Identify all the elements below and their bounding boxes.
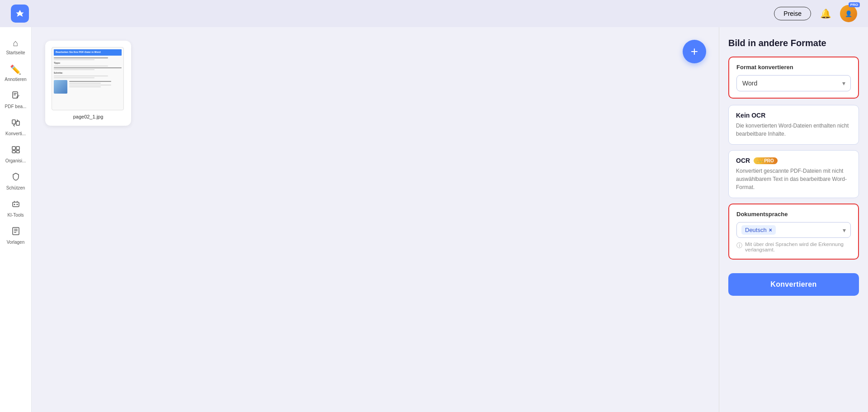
preise-button[interactable]: Preise — [774, 7, 811, 20]
format-section-label: Format konvertieren — [736, 64, 851, 71]
svg-rect-9 — [13, 202, 19, 207]
sidebar-label-konvertieren: Konverti... — [5, 131, 26, 136]
svg-rect-7 — [12, 151, 15, 153]
header: Preise 🔔 👤 PRO — [0, 0, 868, 27]
ocr-pro-label: PRO — [764, 158, 774, 163]
organize-icon — [11, 145, 20, 156]
info-icon: ⓘ — [736, 242, 742, 250]
ocr-pro-badge: 👑 PRO — [754, 157, 778, 164]
lang-section-label: Dokumentsprache — [736, 211, 851, 218]
sidebar-label-organisieren: Organisi... — [5, 158, 26, 163]
sidebar-item-ki-tools[interactable]: KI-Tools — [2, 196, 30, 221]
home-icon: ⌂ — [13, 38, 18, 48]
svg-rect-3 — [12, 120, 15, 124]
svg-rect-1 — [14, 93, 17, 94]
sidebar-item-organisieren[interactable]: Organisi... — [2, 142, 30, 167]
svg-point-11 — [16, 204, 18, 205]
doc-preview: Bearbeiten Sie Ihre PDF-Datei in Word Ti… — [54, 49, 122, 94]
lang-tag: Deutsch × — [741, 225, 776, 235]
svg-rect-15 — [14, 232, 16, 233]
lang-tag-text: Deutsch — [745, 227, 767, 233]
right-panel: Bild in andere Formate Format konvertier… — [719, 27, 868, 412]
sidebar-item-pdf-bearbeiten[interactable]: PDF bea... — [2, 87, 30, 113]
sidebar-label-schuetzen: Schützen — [6, 185, 25, 190]
format-select[interactable]: Word PDF Excel PowerPoint HTML Text — [736, 75, 851, 91]
svg-point-10 — [14, 204, 15, 205]
file-thumbnail: Bearbeiten Sie Ihre PDF-Datei in Word Ti… — [52, 47, 124, 110]
svg-rect-6 — [16, 147, 19, 150]
notification-bell-icon[interactable]: 🔔 — [818, 6, 833, 21]
convert-icon — [11, 118, 20, 129]
sidebar-label-ki-tools: KI-Tools — [7, 213, 24, 218]
lang-tag-wrapper[interactable]: Deutsch × ▾ — [736, 222, 851, 238]
app-logo[interactable] — [11, 5, 29, 23]
sidebar-item-schuetzen[interactable]: Schützen — [2, 169, 30, 194]
lang-section: Dokumentsprache Deutsch × ▾ ⓘ Mit über d… — [728, 204, 859, 260]
panel-title: Bild in andere Formate — [728, 38, 859, 48]
annotate-icon: ✏️ — [10, 64, 21, 75]
file-card[interactable]: Bearbeiten Sie Ihre PDF-Datei in Word Ti… — [45, 41, 131, 126]
ocr-option[interactable]: OCR 👑 PRO Konvertiert gescannte PDF-Date… — [728, 150, 859, 198]
convert-button[interactable]: Konvertieren — [728, 273, 859, 296]
format-section: Format konvertieren Word PDF Excel Power… — [728, 57, 859, 99]
lang-hint-text: Mit über drei Sprachen wird die Erkennun… — [745, 242, 851, 252]
ai-tools-icon — [11, 199, 20, 211]
ocr-label: OCR — [736, 157, 750, 164]
svg-rect-8 — [16, 151, 19, 153]
sidebar-item-startseite[interactable]: ⌂ Startseite — [2, 34, 30, 59]
svg-rect-14 — [14, 231, 18, 232]
sidebar-label-startseite: Startseite — [6, 50, 25, 55]
lang-select-arrow-icon: ▾ — [843, 227, 846, 234]
sidebar-label-annotieren: Annotieren — [5, 77, 26, 82]
content-area: + Bearbeiten Sie Ihre PDF-Datei in Word … — [32, 27, 719, 412]
header-right: Preise 🔔 👤 PRO — [774, 5, 857, 22]
svg-rect-2 — [14, 95, 16, 95]
kein-ocr-title: Kein OCR — [736, 112, 851, 119]
sidebar-item-annotieren[interactable]: ✏️ Annotieren — [2, 61, 30, 85]
svg-rect-13 — [14, 229, 18, 230]
avatar-initials: 👤 — [845, 10, 852, 17]
svg-rect-4 — [16, 121, 19, 125]
format-select-wrapper: Word PDF Excel PowerPoint HTML Text ▾ — [736, 75, 851, 91]
svg-rect-5 — [12, 147, 15, 150]
lang-remove-icon[interactable]: × — [769, 227, 772, 233]
user-avatar[interactable]: 👤 PRO — [840, 5, 857, 22]
sidebar-label-pdf-bearbeiten: PDF bea... — [5, 104, 27, 109]
ocr-title: OCR 👑 PRO — [736, 157, 851, 164]
file-card-name: page02_1.jpg — [52, 114, 125, 119]
edit-pdf-icon — [11, 91, 20, 102]
sidebar-item-konvertieren[interactable]: Konverti... — [2, 114, 30, 140]
sidebar: ⌂ Startseite ✏️ Annotieren PDF bea... — [0, 27, 32, 412]
ocr-desc: Konvertiert gescannte PDF-Dateien mit ni… — [736, 167, 851, 191]
templates-icon — [11, 227, 20, 238]
add-file-button[interactable]: + — [683, 40, 706, 63]
protect-icon — [11, 172, 20, 184]
sidebar-label-vorlagen: Vorlagen — [7, 240, 24, 245]
lang-hint: ⓘ Mit über drei Sprachen wird die Erkenn… — [736, 242, 851, 252]
pro-badge: PRO — [849, 2, 860, 7]
kein-ocr-desc: Die konvertierten Word-Dateien enthalten… — [736, 122, 851, 138]
crown-icon: 👑 — [757, 158, 763, 163]
main-layout: ⌂ Startseite ✏️ Annotieren PDF bea... — [0, 27, 868, 412]
sidebar-item-vorlagen[interactable]: Vorlagen — [2, 223, 30, 248]
kein-ocr-option[interactable]: Kein OCR Die konvertierten Word-Dateien … — [728, 105, 859, 145]
